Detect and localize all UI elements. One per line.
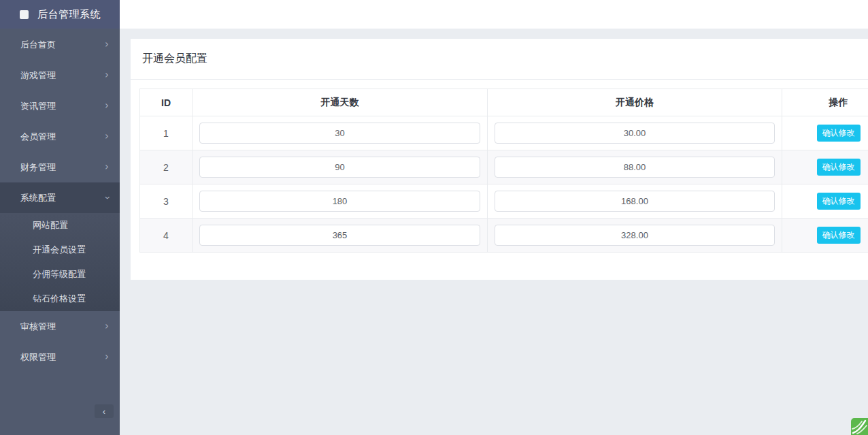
admin-app: 后台管理系统 后台首页 › 游戏管理 › 资讯管理 › 会员管理 › 财务管理 … xyxy=(0,0,868,435)
days-input[interactable] xyxy=(199,225,480,246)
main-area: 开通会员配置 ID 开通天数 开通价格 操作 xyxy=(120,0,868,435)
row-id: 1 xyxy=(140,116,193,150)
sidebar-item-label: 审核管理 xyxy=(20,321,56,333)
sidebar-nav: 后台首页 › 游戏管理 › 资讯管理 › 会员管理 › 财务管理 › 系统配 xyxy=(0,29,120,372)
logo-icon xyxy=(20,10,29,19)
sidebar-collapse-button[interactable]: ‹ xyxy=(95,404,114,418)
chevron-right-icon: › xyxy=(105,131,109,142)
card-body: ID 开通天数 开通价格 操作 1 确认修改 xyxy=(131,80,868,261)
app-title: 后台管理系统 xyxy=(37,8,101,21)
sidebar-item-news[interactable]: 资讯管理 › xyxy=(0,91,120,121)
chevron-right-icon: › xyxy=(105,352,109,362)
page-title: 开通会员配置 xyxy=(142,52,207,64)
column-header-price: 开通价格 xyxy=(488,89,782,116)
table-row: 1 确认修改 xyxy=(140,116,868,150)
price-input[interactable] xyxy=(495,191,775,212)
column-header-id: ID xyxy=(140,89,193,116)
sidebar-item-audit[interactable]: 审核管理 › xyxy=(0,311,120,342)
card-header: 开通会员配置 xyxy=(131,39,868,80)
row-id: 4 xyxy=(140,219,193,253)
sidebar-submenu: 网站配置 开通会员设置 分佣等级配置 钻石价格设置 xyxy=(0,213,120,311)
row-id: 2 xyxy=(140,150,193,184)
sidebar-item-label: 会员管理 xyxy=(20,131,56,143)
top-header-bar xyxy=(120,0,868,29)
days-input[interactable] xyxy=(199,191,480,212)
sidebar-item-system-config[interactable]: 系统配置 › xyxy=(0,182,120,213)
sidebar-subitem-diamond-price[interactable]: 钻石价格设置 xyxy=(0,287,120,311)
sidebar: 后台管理系统 后台首页 › 游戏管理 › 资讯管理 › 会员管理 › 财务管理 … xyxy=(0,0,120,435)
sidebar-item-label: 游戏管理 xyxy=(20,69,56,82)
chevron-right-icon: › xyxy=(105,101,109,111)
column-header-days: 开通天数 xyxy=(193,89,488,116)
price-input[interactable] xyxy=(495,157,775,178)
chevron-right-icon: › xyxy=(105,162,109,172)
price-input[interactable] xyxy=(495,123,775,144)
confirm-edit-button[interactable]: 确认修改 xyxy=(817,193,861,210)
chevron-down-icon: › xyxy=(102,196,112,200)
green-wave-icon xyxy=(851,418,868,435)
corner-widget-badge[interactable] xyxy=(851,418,868,435)
chevron-right-icon: › xyxy=(105,70,109,80)
sidebar-item-home[interactable]: 后台首页 › xyxy=(0,29,120,60)
member-config-table: ID 开通天数 开通价格 操作 1 确认修改 xyxy=(139,88,868,253)
sidebar-item-finance[interactable]: 财务管理 › xyxy=(0,152,120,182)
days-input[interactable] xyxy=(199,157,480,178)
table-row: 4 确认修改 xyxy=(140,219,868,253)
row-id: 3 xyxy=(140,184,193,219)
sidebar-item-label: 系统配置 xyxy=(20,192,56,204)
sidebar-item-label: 权限管理 xyxy=(20,351,56,364)
sidebar-subitem-site-config[interactable]: 网站配置 xyxy=(0,213,120,238)
price-input[interactable] xyxy=(495,225,775,246)
chevron-right-icon: › xyxy=(105,39,109,50)
member-config-card: 开通会员配置 ID 开通天数 开通价格 操作 xyxy=(131,39,868,280)
chevron-left-icon: ‹ xyxy=(103,406,105,417)
chevron-right-icon: › xyxy=(105,321,109,332)
confirm-edit-button[interactable]: 确认修改 xyxy=(817,125,861,142)
sidebar-item-members[interactable]: 会员管理 › xyxy=(0,121,120,152)
confirm-edit-button[interactable]: 确认修改 xyxy=(817,159,861,176)
table-header-row: ID 开通天数 开通价格 操作 xyxy=(140,89,868,116)
column-header-actions: 操作 xyxy=(782,89,868,116)
sidebar-item-label: 后台首页 xyxy=(20,39,56,51)
table-row: 2 确认修改 xyxy=(140,150,868,184)
days-input[interactable] xyxy=(199,123,480,144)
sidebar-item-label: 资讯管理 xyxy=(20,100,56,112)
sidebar-subitem-commission-levels[interactable]: 分佣等级配置 xyxy=(0,262,120,287)
table-row: 3 确认修改 xyxy=(140,184,868,219)
sidebar-item-permissions[interactable]: 权限管理 › xyxy=(0,342,120,372)
confirm-edit-button[interactable]: 确认修改 xyxy=(817,227,861,244)
sidebar-group-system-config: 系统配置 › 网站配置 开通会员设置 分佣等级配置 钻石价格设置 xyxy=(0,182,120,311)
content-area: 开通会员配置 ID 开通天数 开通价格 操作 xyxy=(120,29,868,435)
sidebar-subitem-label: 网站配置 xyxy=(33,219,68,231)
sidebar-subitem-label: 分佣等级配置 xyxy=(33,268,86,280)
sidebar-subitem-label: 钻石价格设置 xyxy=(33,293,86,305)
sidebar-item-label: 财务管理 xyxy=(20,161,56,174)
sidebar-subitem-member-settings[interactable]: 开通会员设置 xyxy=(0,238,120,262)
app-logo: 后台管理系统 xyxy=(0,0,120,29)
sidebar-subitem-label: 开通会员设置 xyxy=(33,244,86,256)
sidebar-item-games[interactable]: 游戏管理 › xyxy=(0,60,120,91)
